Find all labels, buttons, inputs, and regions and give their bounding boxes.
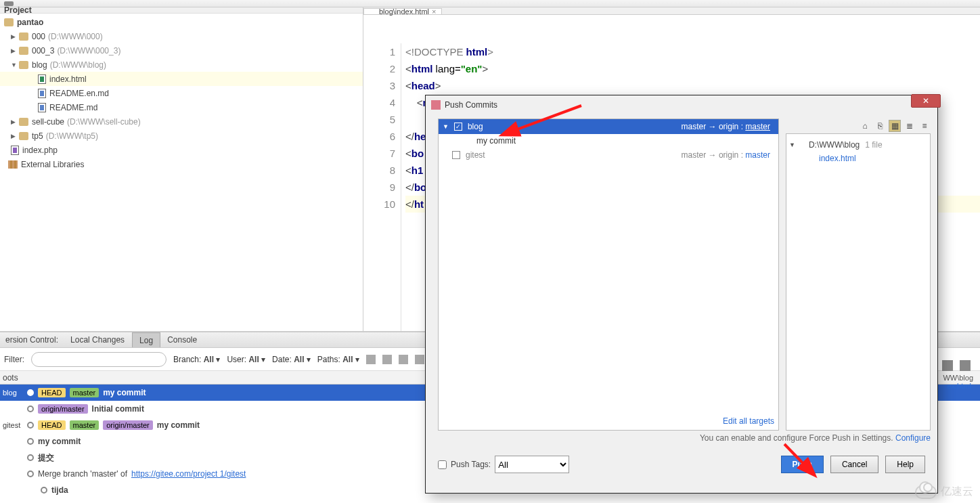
dialog-footer: Push Tags: All Push Cancel Help bbox=[426, 445, 937, 493]
push-tags-checkbox[interactable] bbox=[438, 460, 447, 469]
chevron-down-icon[interactable]: ▼ bbox=[789, 141, 795, 148]
push-tags-select[interactable]: All bbox=[495, 456, 569, 473]
cancel-button[interactable]: Cancel bbox=[830, 456, 878, 473]
changed-files-tree[interactable]: ▼ D:\WWW\blog 1 file index.html bbox=[786, 133, 931, 431]
watermark: 亿速云 bbox=[915, 485, 973, 499]
checkbox-unchecked-icon[interactable] bbox=[452, 151, 460, 159]
dialog-titlebar[interactable]: Push Commits ✕ bbox=[426, 95, 937, 114]
push-commits-dialog: Push Commits ✕ ▼ ✓ blog master → origin … bbox=[425, 95, 938, 494]
tree-file[interactable]: index.html bbox=[789, 152, 927, 165]
chevron-down-icon[interactable]: ▼ bbox=[443, 123, 449, 130]
expand-all-icon[interactable]: ≣ bbox=[904, 120, 916, 132]
dialog-backdrop: Push Commits ✕ ▼ ✓ blog master → origin … bbox=[0, 0, 980, 503]
force-push-note: You can enable and configure Force Push … bbox=[426, 431, 937, 445]
html-file-icon bbox=[809, 154, 816, 162]
folder-icon bbox=[798, 141, 806, 148]
checkbox-checked-icon[interactable]: ✓ bbox=[454, 123, 462, 131]
close-button[interactable]: ✕ bbox=[911, 94, 941, 108]
collapse-all-icon[interactable]: ≡ bbox=[918, 120, 931, 132]
configure-link[interactable]: Configure bbox=[895, 433, 931, 443]
app-icon bbox=[431, 100, 441, 110]
show-diff-icon[interactable]: ⎘ bbox=[874, 120, 886, 132]
group-by-dir-icon[interactable]: ⌂ bbox=[859, 120, 871, 132]
edit-all-targets-link[interactable]: Edit all targets bbox=[439, 412, 778, 430]
tree-root[interactable]: ▼ D:\WWW\blog 1 file bbox=[789, 138, 927, 152]
help-button[interactable]: Help bbox=[885, 456, 925, 473]
dialog-title: Push Commits bbox=[445, 100, 497, 110]
file-toolbar: ⌂ ⎘ ▦ ≣ ≡ bbox=[786, 118, 931, 133]
repo-item-blog[interactable]: ▼ ✓ blog master → origin : master bbox=[439, 119, 778, 134]
commit-item[interactable]: my commit bbox=[439, 134, 778, 148]
push-button[interactable]: Push bbox=[781, 456, 824, 473]
push-tags-label: Push Tags: bbox=[451, 460, 491, 469]
repo-list: ▼ ✓ blog master → origin : master my com… bbox=[438, 118, 779, 431]
repo-item-gitest[interactable]: gitest master → origin : master bbox=[439, 148, 778, 162]
group-by-icon[interactable]: ▦ bbox=[889, 120, 901, 132]
cloud-icon bbox=[915, 485, 937, 499]
file-pane: ⌂ ⎘ ▦ ≣ ≡ ▼ D:\WWW\blog 1 file inde bbox=[786, 118, 931, 431]
